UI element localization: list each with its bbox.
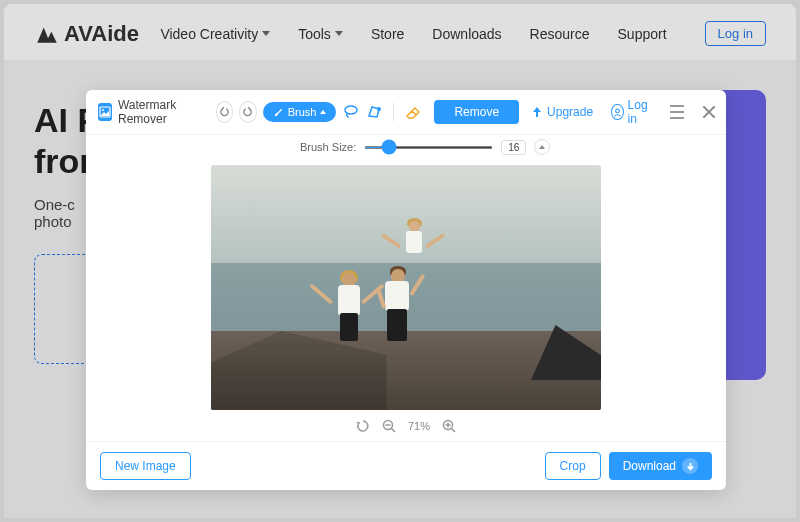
collapse-brush-button[interactable] (534, 139, 550, 155)
chevron-up-icon (539, 145, 545, 149)
zoom-out-button[interactable] (382, 419, 396, 433)
modal-title: Watermark Remover (118, 98, 204, 126)
upgrade-icon (531, 106, 543, 118)
remove-button[interactable]: Remove (434, 100, 519, 124)
lasso-tool-button[interactable] (342, 101, 359, 123)
chevron-up-icon (320, 110, 326, 114)
working-image[interactable] (211, 165, 601, 410)
modal-footer: New Image Crop Download (86, 441, 726, 490)
svg-point-4 (616, 109, 620, 113)
zoom-level: 71% (408, 420, 430, 432)
close-button[interactable] (700, 103, 714, 121)
zoom-controls: 71% (86, 411, 726, 441)
watermark-remover-modal: Watermark Remover Brush Remove Upgrade L… (86, 90, 726, 490)
app-icon (98, 103, 112, 121)
undo-button[interactable] (216, 101, 234, 123)
canvas-area[interactable] (86, 163, 726, 411)
svg-point-1 (102, 109, 104, 111)
polygon-tool-button[interactable] (365, 101, 382, 123)
brush-tool-button[interactable]: Brush (263, 102, 337, 122)
svg-point-3 (378, 108, 381, 111)
brush-size-slider[interactable] (364, 146, 493, 149)
eraser-tool-button[interactable] (403, 101, 420, 123)
brush-size-row: Brush Size: 16 (86, 135, 726, 163)
redo-button[interactable] (239, 101, 257, 123)
user-icon (611, 104, 623, 120)
brush-size-label: Brush Size: (300, 141, 356, 153)
reset-view-button[interactable] (356, 419, 370, 433)
crop-button[interactable]: Crop (545, 452, 601, 480)
new-image-button[interactable]: New Image (100, 452, 191, 480)
svg-point-2 (345, 106, 357, 114)
toolbar-divider (393, 103, 394, 121)
upgrade-link[interactable]: Upgrade (531, 105, 593, 119)
menu-button[interactable] (670, 105, 684, 119)
zoom-in-button[interactable] (442, 419, 456, 433)
brush-size-value: 16 (501, 140, 526, 155)
modal-toolbar: Watermark Remover Brush Remove Upgrade L… (86, 90, 726, 135)
download-icon (682, 458, 698, 474)
modal-login-link[interactable]: Log in (611, 98, 652, 126)
brush-icon (273, 107, 284, 118)
download-button[interactable]: Download (609, 452, 712, 480)
